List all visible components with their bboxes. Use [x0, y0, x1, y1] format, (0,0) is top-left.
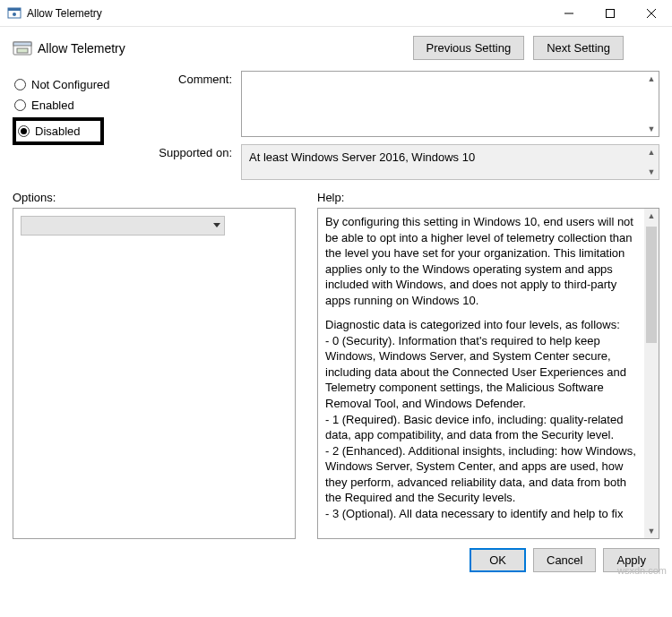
policy-icon — [13, 39, 32, 57]
supported-on-field: At least Windows Server 2016, Windows 10… — [241, 144, 659, 180]
options-panel — [13, 208, 296, 539]
ok-button[interactable]: OK — [470, 548, 526, 572]
next-setting-button[interactable]: Next Setting — [533, 36, 624, 60]
help-scrollbar[interactable]: ▲ ▼ — [644, 209, 659, 538]
scroll-thumb[interactable] — [646, 227, 657, 343]
scroll-up-icon: ▲ — [644, 72, 659, 86]
svg-rect-9 — [17, 48, 28, 53]
scroll-up-icon: ▲ — [644, 209, 659, 223]
svg-rect-1 — [8, 8, 21, 11]
help-text: - 2 (Enhanced). Additional insights, inc… — [325, 443, 642, 506]
watermark: wsxdn.com — [617, 565, 667, 576]
titlebar: Allow Telemetry — [0, 0, 672, 27]
radio-label: Disabled — [35, 124, 81, 138]
help-label: Help: — [317, 191, 344, 204]
options-label: Options: — [13, 191, 317, 204]
help-text: Diagnostic data is categorized into four… — [325, 317, 642, 333]
close-button[interactable] — [631, 0, 672, 27]
radio-icon — [14, 99, 26, 111]
maximize-button[interactable] — [590, 0, 631, 27]
svg-point-2 — [13, 13, 16, 16]
svg-rect-8 — [13, 42, 31, 46]
radio-icon — [14, 79, 26, 90]
scroll-down-icon: ▼ — [644, 165, 659, 179]
radio-disabled-highlight: Disabled — [13, 117, 104, 145]
scroll-up-icon: ▲ — [644, 145, 659, 159]
help-text: By configuring this setting in Windows 1… — [325, 214, 642, 308]
svg-rect-4 — [607, 9, 615, 17]
help-panel: By configuring this setting in Windows 1… — [317, 208, 659, 539]
dialog-footer: OK Cancel Apply — [0, 539, 672, 581]
cancel-button[interactable]: Cancel — [533, 548, 596, 572]
page-title: Allow Telemetry — [38, 41, 413, 56]
window-title: Allow Telemetry — [27, 7, 548, 20]
radio-not-configured[interactable]: Not Configured — [13, 74, 156, 95]
supported-on-label: Supported on: — [156, 144, 232, 159]
previous-setting-button[interactable]: Previous Setting — [413, 36, 525, 60]
help-text: - 3 (Optional). All data necessary to id… — [325, 506, 642, 522]
radio-enabled[interactable]: Enabled — [13, 95, 156, 116]
scroll-down-icon: ▼ — [644, 122, 659, 136]
comment-label: Comment: — [156, 71, 232, 86]
radio-label: Enabled — [31, 99, 74, 112]
supported-scrollbar[interactable]: ▲▼ — [644, 145, 659, 179]
state-radio-group: Not Configured Enabled Disabled — [13, 71, 156, 180]
minimize-button[interactable] — [548, 0, 590, 27]
options-dropdown[interactable] — [21, 216, 225, 236]
radio-icon — [18, 125, 30, 137]
app-icon — [7, 6, 22, 21]
scroll-down-icon: ▼ — [644, 524, 659, 538]
header: Allow Telemetry Previous Setting Next Se… — [0, 27, 672, 67]
help-text: - 0 (Security). Information that's requi… — [325, 333, 642, 412]
radio-disabled[interactable]: Disabled — [18, 124, 81, 138]
help-text: - 1 (Required). Basic device info, inclu… — [325, 412, 642, 443]
comment-scrollbar[interactable]: ▲▼ — [644, 72, 659, 136]
radio-label: Not Configured — [31, 78, 109, 91]
supported-on-value: At least Windows Server 2016, Windows 10 — [249, 150, 475, 164]
comment-textarea[interactable]: ▲▼ — [241, 71, 659, 137]
